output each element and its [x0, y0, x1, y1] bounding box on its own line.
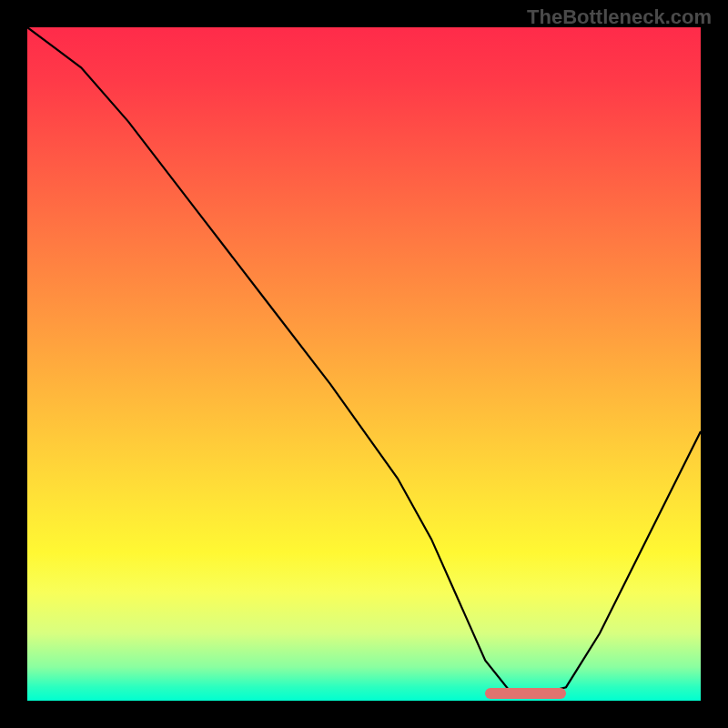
chart-plot-area	[27, 27, 701, 701]
optimal-range-highlight	[485, 688, 566, 699]
bottleneck-curve	[27, 27, 701, 701]
watermark-text: TheBottleneck.com	[527, 5, 712, 29]
